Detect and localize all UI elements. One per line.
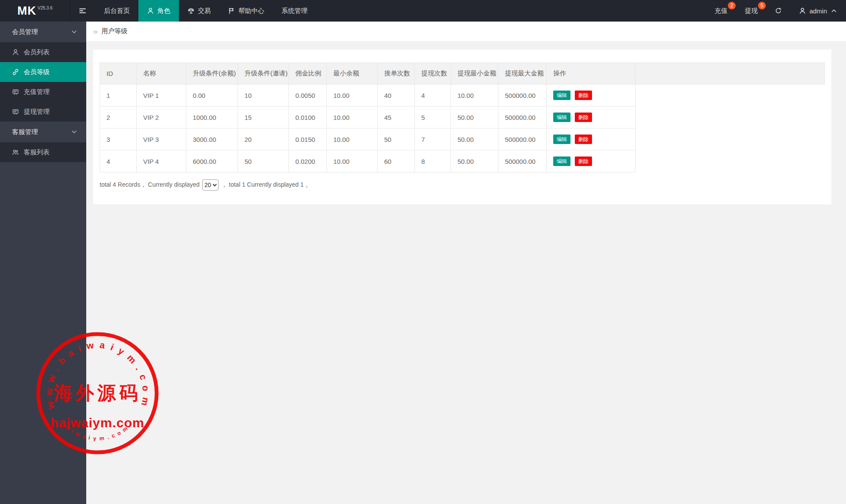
table-cell: 0.0050 <box>289 85 327 106</box>
topbar-right: 充值 2 提现 5 admin <box>706 0 846 22</box>
top-nav: 后台首页角色交易帮助中心系统管理 <box>95 0 316 22</box>
column-header: 名称 <box>137 63 186 85</box>
top-nav-label: 角色 <box>157 7 170 15</box>
double-chevron-right-icon: » <box>93 27 98 35</box>
person-icon <box>147 7 154 14</box>
table-cell: 7 <box>415 128 451 150</box>
table-cell: 50.00 <box>451 106 498 128</box>
delete-button[interactable]: 删除 <box>575 113 592 122</box>
column-header-empty <box>636 63 825 85</box>
sidebar-item[interactable]: 提现管理 <box>0 102 86 122</box>
top-nav-item[interactable]: 后台首页 <box>95 0 138 22</box>
table-cell: 45 <box>378 106 415 128</box>
actions-cell: 编辑删除 <box>547 106 636 128</box>
top-nav-item[interactable]: 交易 <box>179 0 219 22</box>
hamburger-icon <box>79 7 87 14</box>
sidebar-item[interactable]: 充值管理 <box>0 82 86 102</box>
person-icon <box>12 49 19 56</box>
version-label: V25.3.6 <box>38 6 52 10</box>
sidebar-toggle-button[interactable] <box>70 0 95 22</box>
recharge-link[interactable]: 充值 2 <box>706 0 736 22</box>
edit-button[interactable]: 编辑 <box>553 113 570 122</box>
table-card: ID名称升级条件(余额)升级条件(邀请)佣金比例最小余额接单次数提现次数提现最小… <box>93 50 831 204</box>
levels-table: ID名称升级条件(余额)升级条件(邀请)佣金比例最小余额接单次数提现次数提现最小… <box>100 63 825 172</box>
top-nav-label: 后台首页 <box>104 7 130 15</box>
table-cell: VIP 2 <box>137 106 186 128</box>
table-cell: 500000.00 <box>498 106 547 128</box>
link-icon <box>12 69 19 75</box>
page-size-select[interactable]: 20 <box>202 179 219 191</box>
column-header: 升级条件(余额) <box>186 63 238 85</box>
column-header: ID <box>100 63 137 85</box>
logo-text: MK <box>17 4 36 18</box>
page-title: 用户等级 <box>102 27 128 35</box>
table-cell: 1 <box>100 85 137 106</box>
table-cell: 10.00 <box>327 106 378 128</box>
sidebar-item-label: 充值管理 <box>24 88 50 96</box>
table-cell: 3000.00 <box>186 128 238 150</box>
user-icon <box>799 7 806 14</box>
top-nav-label: 帮助中心 <box>238 7 264 15</box>
user-menu[interactable]: admin <box>790 0 846 22</box>
delete-button[interactable]: 删除 <box>575 91 592 100</box>
column-header: 接单次数 <box>378 63 415 85</box>
table-cell: 10.00 <box>327 150 378 172</box>
column-header: 升级条件(邀请) <box>238 63 289 85</box>
edit-button[interactable]: 编辑 <box>553 135 570 144</box>
column-header: 提现最大金额 <box>498 63 547 85</box>
sidebar-item[interactable]: 客服列表 <box>0 142 86 162</box>
table-cell: 50 <box>238 150 289 172</box>
pagination-bar: total 4 Records， Currently displayed 20 … <box>100 179 825 191</box>
sidebar-group-header[interactable]: 客服管理 <box>0 122 86 142</box>
edit-button[interactable]: 编辑 <box>553 91 570 100</box>
logo[interactable]: MK V25.3.6 <box>0 0 70 22</box>
table-cell: 6000.00 <box>186 150 238 172</box>
column-header: 操作 <box>547 63 636 85</box>
sidebar-group-label: 会员管理 <box>12 28 71 36</box>
actions-cell: 编辑删除 <box>547 128 636 150</box>
actions-cell: 编辑删除 <box>547 150 636 172</box>
withdraw-label: 提现 <box>745 7 758 15</box>
scales-icon <box>188 7 194 14</box>
sidebar: 会员管理会员列表会员等级充值管理提现管理客服管理客服列表 <box>0 22 86 504</box>
table-cell: 50 <box>378 128 415 150</box>
refresh-icon <box>775 7 782 14</box>
table-cell: 20 <box>238 128 289 150</box>
main-content: » 用户等级 ID名称升级条件(余额)升级条件(邀请)佣金比例最小余额接单次数提… <box>86 22 846 504</box>
sidebar-item[interactable]: 会员列表 <box>0 42 86 62</box>
recharge-badge: 2 <box>728 2 736 9</box>
top-nav-label: 系统管理 <box>282 7 307 15</box>
delete-button[interactable]: 删除 <box>575 157 592 166</box>
delete-button[interactable]: 删除 <box>575 135 592 144</box>
table-cell: 0.0150 <box>289 128 327 150</box>
chevron-up-icon <box>830 7 837 14</box>
pagination-text-after: ， total 1 Currently displayed 1 。 <box>221 181 311 189</box>
table-cell: VIP 1 <box>137 85 186 106</box>
table-cell: 8 <box>415 150 451 172</box>
refresh-button[interactable] <box>766 0 790 22</box>
recharge-label: 充值 <box>714 7 727 15</box>
sidebar-item[interactable]: 会员等级 <box>0 62 86 82</box>
table-cell: 60 <box>378 150 415 172</box>
table-cell: 0.00 <box>186 85 238 106</box>
column-header: 提现最小金额 <box>451 63 498 85</box>
top-nav-label: 交易 <box>198 7 211 15</box>
table-cell: 10.00 <box>327 85 378 106</box>
withdraw-link[interactable]: 提现 5 <box>736 0 766 22</box>
column-header: 提现次数 <box>415 63 451 85</box>
sidebar-item-label: 会员列表 <box>24 48 50 56</box>
table-cell: 500000.00 <box>498 150 547 172</box>
edit-button[interactable]: 编辑 <box>553 157 570 166</box>
table-cell: VIP 3 <box>137 128 186 150</box>
table-header-row: ID名称升级条件(余额)升级条件(邀请)佣金比例最小余额接单次数提现次数提现最小… <box>100 63 825 85</box>
card-icon <box>12 108 19 115</box>
top-nav-item[interactable]: 角色 <box>138 0 179 22</box>
top-nav-item[interactable]: 帮助中心 <box>219 0 273 22</box>
top-nav-item[interactable]: 系统管理 <box>273 0 316 22</box>
table-cell: 10.00 <box>327 128 378 150</box>
table-cell: 2 <box>100 106 137 128</box>
table-cell: 500000.00 <box>498 128 547 150</box>
sidebar-group-header[interactable]: 会员管理 <box>0 22 86 42</box>
table-cell: 0.0100 <box>289 106 327 128</box>
table-cell: 10.00 <box>451 85 498 106</box>
